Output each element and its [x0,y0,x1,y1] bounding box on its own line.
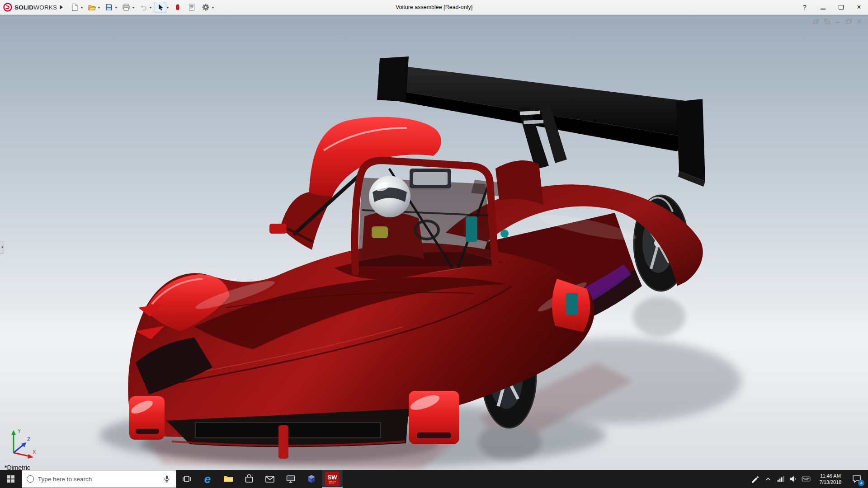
axis-z-label: Z [27,436,30,442]
screen: SOLIDWORKS [0,0,868,488]
maximize-button[interactable] [832,0,850,14]
microphone-icon[interactable] [162,474,171,484]
clock-time: 11:46 AM [820,473,841,479]
select-dropdown-caret[interactable] [166,7,169,10]
doc-close-button[interactable] [855,17,863,25]
search-input[interactable] [38,476,158,483]
options-button[interactable] [200,2,212,13]
print-dropdown-caret[interactable] [132,7,135,10]
monitor-icon [285,474,296,484]
app-titlebar: SOLIDWORKS [0,0,868,15]
select-tool-button[interactable] [155,2,166,13]
file-properties-icon [188,3,196,11]
print-button[interactable] [120,2,132,13]
windows-ink-button[interactable] [749,470,762,488]
doc-split-right-button[interactable] [823,17,831,25]
close-button[interactable]: × [850,0,868,14]
touch-keyboard-button[interactable] [800,470,812,488]
open-folder-icon [88,3,96,11]
ds-logo-icon [3,2,13,12]
cube-3d-icon [306,474,317,484]
edge-button[interactable]: e [197,470,218,488]
document-window-controls [812,17,863,25]
gear-icon [202,3,210,11]
taskbar-search[interactable] [22,470,176,488]
taskbar-clock[interactable]: 11:46 AM 7/13/2018 [812,470,849,488]
windows-logo-icon [7,475,15,483]
new-document-button[interactable] [69,2,80,13]
store-button[interactable] [239,470,259,488]
show-desktop-button[interactable] [865,470,868,488]
graphics-viewport[interactable]: Y X Z *Dimetric [0,15,868,470]
keyboard-icon [801,474,811,484]
maximize-icon [839,5,844,9]
axis-y-label: Y [18,428,21,434]
mail-envelope-icon [264,474,275,484]
mail-button[interactable] [259,470,280,488]
solidworks-app-icon: SW 2017 [325,472,340,486]
brand-solid: SOLID [14,4,33,11]
sw-label: SW [328,474,337,480]
save-button[interactable] [103,2,115,13]
panel-collapse-handle[interactable] [0,241,4,253]
task-view-icon [181,474,192,484]
save-floppy-icon [105,3,113,11]
select-cursor-icon [156,3,165,11]
file-properties-button[interactable] [186,2,198,13]
speaker-icon [788,474,798,484]
window-title: Voiture assemblee [Read-only] [396,4,472,10]
store-bag-icon [244,474,255,484]
new-dropdown-caret[interactable] [80,7,83,10]
save-dropdown-caret[interactable] [115,7,118,10]
open-dropdown-caret[interactable] [98,7,100,10]
file-explorer-button[interactable] [218,470,239,488]
brand-text: SOLIDWORKS [14,4,57,11]
start-button[interactable] [0,470,22,488]
orientation-triad: Y X Z [5,427,38,462]
minimize-icon [821,9,826,9]
network-button[interactable] [774,470,787,488]
edge-icon: e [204,473,211,485]
doc-split-right-icon [823,18,830,25]
task-view-button[interactable] [176,470,197,488]
doc-split-left-icon [812,18,820,25]
toolbar-expand-arrow[interactable] [59,2,66,12]
open-button[interactable] [86,2,98,13]
doc-minimize-icon [834,18,841,25]
solidworks-logo: SOLIDWORKS [3,2,57,12]
axis-x-label: X [33,449,36,455]
monitor-app-button[interactable] [280,470,301,488]
hidden-icons-button[interactable] [762,470,774,488]
solidworks-app-button[interactable]: SW 2017 [322,470,343,488]
clock-date: 7/13/2018 [820,479,842,485]
notification-badge: 4 [858,480,864,486]
minimize-button[interactable] [814,0,832,14]
undo-icon [139,3,147,11]
windows-taskbar: e [0,470,868,488]
system-tray: 11:46 AM 7/13/2018 4 [749,470,868,488]
doc-minimize-button[interactable] [834,17,842,25]
view-orientation-label: *Dimetric [5,464,30,470]
help-button[interactable]: ? [796,0,814,14]
red-capsule-icon [174,3,182,11]
3d-viewport-canvas[interactable] [0,15,868,470]
volume-button[interactable] [787,470,800,488]
sw-year: 2017 [329,481,336,484]
window-controls: ? × [796,0,868,14]
doc-close-icon [856,18,863,25]
undo-button[interactable] [137,2,149,13]
cube-3d-app-button[interactable] [301,470,322,488]
options-dropdown-caret[interactable] [212,7,214,10]
undo-dropdown-caret[interactable] [149,7,152,10]
left-triangle-icon [0,246,3,249]
doc-split-left-button[interactable] [812,17,820,25]
chevron-up-icon [763,474,773,484]
red-capsule-button[interactable] [172,2,184,13]
new-document-icon [71,3,79,11]
pen-icon [750,474,760,484]
action-center-button[interactable]: 4 [849,470,865,488]
print-icon [122,3,130,11]
doc-restore-icon [845,18,852,25]
file-explorer-icon [223,474,234,484]
doc-restore-button[interactable] [844,17,853,25]
